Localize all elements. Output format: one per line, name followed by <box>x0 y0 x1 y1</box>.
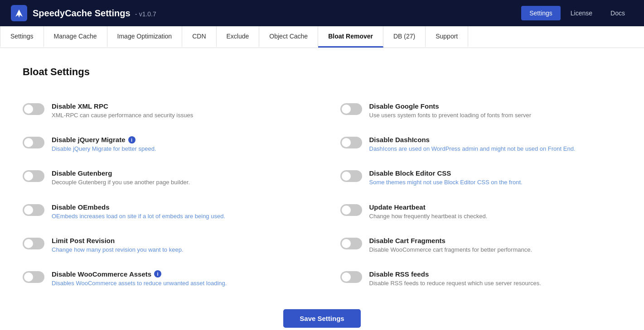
setting-info-disable-rss-feeds: Disable RSS feeds Disable RSS feeds to r… <box>369 270 613 287</box>
setting-disable-jquery-migrate: Disable jQuery Migrate i Disable jQuery … <box>23 128 322 161</box>
setting-disable-oembeds: Disable OEmbeds OEmbeds increases load o… <box>23 195 322 229</box>
speedycache-logo-icon <box>11 5 27 21</box>
setting-disable-rss-feeds: Disable RSS feeds Disable RSS feeds to r… <box>322 262 622 296</box>
left-column: Disable XML RPC XML-RPC can cause perfor… <box>23 94 322 296</box>
setting-label-disable-rss-feeds: Disable RSS feeds <box>369 270 613 278</box>
tab-cdn[interactable]: CDN <box>182 26 216 48</box>
setting-label-update-heartbeat: Update Heartbeat <box>369 203 613 211</box>
setting-desc-disable-google-fonts: Use users system fonts to prevent loadin… <box>369 111 613 120</box>
setting-desc-update-heartbeat: Change how frequently heartbeat is check… <box>369 212 613 220</box>
setting-info-disable-jquery-migrate: Disable jQuery Migrate i Disable jQuery … <box>52 136 313 153</box>
setting-desc-disable-cart-fragments: Disable WooCommerce cart fragments for b… <box>369 246 613 254</box>
setting-info-disable-woocommerce-assets: Disable WooCommerce Assets i Disables Wo… <box>52 270 313 287</box>
setting-disable-cart-fragments: Disable Cart Fragments Disable WooCommer… <box>322 229 622 262</box>
setting-desc-disable-rss-feeds: Disable RSS feeds to reduce request whic… <box>369 279 613 287</box>
toggle-slider-disable-gutenberg <box>23 170 44 182</box>
toggle-disable-jquery-migrate[interactable] <box>23 137 44 148</box>
toggle-limit-post-revision[interactable] <box>23 238 44 249</box>
setting-label-disable-gutenberg: Disable Gutenberg <box>52 169 313 177</box>
setting-desc-disable-xml-rpc: XML-RPC can cause performance and securi… <box>52 111 313 120</box>
toggle-disable-xml-rpc[interactable] <box>23 103 44 115</box>
setting-disable-block-editor-css: Disable Block Editor CSS Some themes mig… <box>322 161 622 195</box>
header-nav: Settings License Docs <box>521 6 633 20</box>
setting-desc-disable-dashicons: DashIcons are used on WordPress admin an… <box>369 145 613 153</box>
toggle-disable-dashicons[interactable] <box>340 137 362 148</box>
toggle-slider-disable-woocommerce-assets <box>23 271 44 283</box>
setting-label-limit-post-revision: Limit Post Revision <box>52 237 313 244</box>
toggle-disable-google-fonts[interactable] <box>340 103 362 115</box>
setting-info-disable-gutenberg: Disable Gutenberg Decouple Gutenberg if … <box>52 169 313 187</box>
setting-label-disable-jquery-migrate: Disable jQuery Migrate i <box>52 136 313 143</box>
tab-bloat-remover[interactable]: Bloat Remover <box>318 26 383 48</box>
setting-label-disable-dashicons: Disable DashIcons <box>369 136 613 143</box>
setting-info-update-heartbeat: Update Heartbeat Change how frequently h… <box>369 203 613 220</box>
setting-info-disable-block-editor-css: Disable Block Editor CSS Some themes mig… <box>369 169 613 187</box>
setting-desc-disable-oembeds: OEmbeds increases load on site if a lot … <box>52 212 313 220</box>
setting-disable-google-fonts: Disable Google Fonts Use users system fo… <box>322 94 622 128</box>
tab-image-optimization[interactable]: Image Optimization <box>107 26 183 48</box>
tab-manage-cache[interactable]: Manage Cache <box>44 26 107 48</box>
tab-object-cache[interactable]: Object Cache <box>259 26 318 48</box>
tab-support[interactable]: Support <box>426 26 468 48</box>
setting-desc-limit-post-revision: Change how many post revision you want t… <box>52 246 313 254</box>
tab-settings[interactable]: Settings <box>0 26 44 48</box>
setting-info-limit-post-revision: Limit Post Revision Change how many post… <box>52 237 313 254</box>
setting-desc-disable-gutenberg: Decouple Gutenberg if you use another pa… <box>52 178 313 187</box>
setting-label-disable-block-editor-css: Disable Block Editor CSS <box>369 169 613 177</box>
tab-exclude[interactable]: Exclude <box>217 26 260 48</box>
setting-update-heartbeat: Update Heartbeat Change how frequently h… <box>322 195 622 229</box>
toggle-slider-update-heartbeat <box>340 204 362 216</box>
setting-info-disable-oembeds: Disable OEmbeds OEmbeds increases load o… <box>52 203 313 220</box>
setting-disable-dashicons: Disable DashIcons DashIcons are used on … <box>322 128 622 161</box>
toggle-slider-disable-rss-feeds <box>340 271 362 283</box>
setting-disable-gutenberg: Disable Gutenberg Decouple Gutenberg if … <box>23 161 322 195</box>
setting-disable-xml-rpc: Disable XML RPC XML-RPC can cause perfor… <box>23 94 322 128</box>
toggle-disable-woocommerce-assets[interactable] <box>23 271 44 283</box>
toggle-disable-rss-feeds[interactable] <box>340 271 362 283</box>
header-nav-settings[interactable]: Settings <box>521 6 561 20</box>
setting-limit-post-revision: Limit Post Revision Change how many post… <box>23 229 322 262</box>
toggle-slider-disable-block-editor-css <box>340 170 362 182</box>
setting-desc-disable-block-editor-css: Some themes might not use Block Editor C… <box>369 178 613 187</box>
toggle-slider-disable-dashicons <box>340 137 362 148</box>
setting-info-disable-dashicons: Disable DashIcons DashIcons are used on … <box>369 136 613 153</box>
tab-db[interactable]: DB (27) <box>383 26 426 48</box>
setting-label-disable-woocommerce-assets: Disable WooCommerce Assets i <box>52 270 313 278</box>
toggle-slider-limit-post-revision <box>23 238 44 249</box>
toggle-slider-disable-oembeds <box>23 204 44 216</box>
toggle-slider-disable-google-fonts <box>340 103 362 115</box>
info-icon-woocommerce-assets[interactable]: i <box>154 270 161 277</box>
setting-label-disable-xml-rpc: Disable XML RPC <box>52 102 313 110</box>
header-nav-docs[interactable]: Docs <box>602 6 633 20</box>
tabs-bar: Settings Manage Cache Image Optimization… <box>0 26 644 48</box>
info-icon-jquery-migrate[interactable]: i <box>128 136 136 143</box>
save-button-wrap: Save Settings <box>23 309 621 328</box>
header-left: SpeedyCache Settings - v1.0.7 <box>11 5 156 21</box>
toggle-disable-block-editor-css[interactable] <box>340 170 362 182</box>
header: SpeedyCache Settings - v1.0.7 Settings L… <box>0 0 644 26</box>
toggle-slider-disable-cart-fragments <box>340 238 362 249</box>
setting-label-disable-oembeds: Disable OEmbeds <box>52 203 313 211</box>
save-settings-button[interactable]: Save Settings <box>283 309 360 328</box>
toggle-slider-disable-xml-rpc <box>23 103 44 115</box>
setting-info-disable-google-fonts: Disable Google Fonts Use users system fo… <box>369 102 613 120</box>
setting-desc-disable-woocommerce-assets: Disables WooCommerce assets to reduce un… <box>52 279 313 287</box>
settings-grid: Disable XML RPC XML-RPC can cause perfor… <box>23 94 621 296</box>
toggle-disable-gutenberg[interactable] <box>23 170 44 182</box>
setting-disable-woocommerce-assets: Disable WooCommerce Assets i Disables Wo… <box>23 262 322 296</box>
setting-info-disable-cart-fragments: Disable Cart Fragments Disable WooCommer… <box>369 237 613 254</box>
toggle-disable-oembeds[interactable] <box>23 204 44 216</box>
app-title: SpeedyCache Settings - v1.0.7 <box>33 8 156 19</box>
section-title: Bloat Settings <box>23 66 621 78</box>
setting-label-disable-google-fonts: Disable Google Fonts <box>369 102 613 110</box>
toggle-slider-disable-jquery-migrate <box>23 137 44 148</box>
header-nav-license[interactable]: License <box>562 6 600 20</box>
setting-label-disable-cart-fragments: Disable Cart Fragments <box>369 237 613 244</box>
setting-desc-disable-jquery-migrate: Disable jQuery Migrate for better speed. <box>52 145 313 153</box>
setting-info-disable-xml-rpc: Disable XML RPC XML-RPC can cause perfor… <box>52 102 313 120</box>
main-content: Bloat Settings Disable XML RPC XML-RPC c… <box>0 48 644 330</box>
right-column: Disable Google Fonts Use users system fo… <box>322 94 622 296</box>
toggle-update-heartbeat[interactable] <box>340 204 362 216</box>
toggle-disable-cart-fragments[interactable] <box>340 238 362 249</box>
